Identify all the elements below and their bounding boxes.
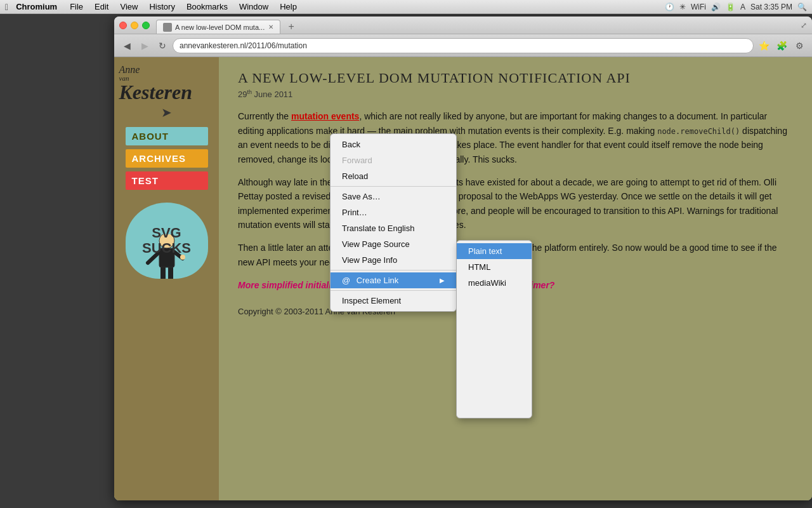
- submenu-arrow: ▶: [440, 277, 445, 284]
- logo-arrow: ➤: [119, 105, 214, 120]
- menu-items: File Edit View History Bookmarks Window …: [65, 1, 302, 13]
- menu-inspect[interactable]: Inspect Element: [331, 293, 456, 309]
- submenu-plain-text[interactable]: Plain text: [457, 243, 532, 259]
- svg-rect-4: [160, 267, 166, 279]
- clock-icon: 🕐: [665, 3, 674, 11]
- nav-archives-button[interactable]: ARCHIVES: [126, 149, 208, 168]
- logo-anne: Anne: [119, 64, 214, 75]
- nav-test-button[interactable]: TEST: [126, 171, 208, 190]
- back-button[interactable]: ◀: [119, 38, 134, 53]
- nav-bar: ◀ ▶ ↻ annevankesteren.nl/2011/06/mutatio…: [114, 34, 812, 57]
- code-removechild: node.removeChild(): [657, 127, 740, 136]
- battery-icon: 🔋: [726, 3, 735, 11]
- separator-1: [331, 186, 456, 187]
- user-icon: A: [740, 3, 745, 11]
- menu-create-link[interactable]: @ Create Link ▶: [331, 272, 456, 288]
- context-menu: Back Forward Reload Save As… Print… Tran…: [330, 133, 457, 312]
- sidebar-nav: ABOUT ARCHIVES TEST: [126, 127, 208, 190]
- separator-3: [331, 290, 456, 291]
- tab-title: A new low-level DOM muta...: [175, 23, 265, 31]
- mac-menubar:  Chromium File Edit View History Bookma…: [0, 0, 812, 14]
- logo-kesteren: Kesteren: [119, 82, 214, 102]
- reload-button[interactable]: ↻: [155, 38, 170, 53]
- article-date: 29th June 2011: [238, 89, 793, 99]
- title-bar: A new low-level DOM muta... ✕ + ⤢: [114, 17, 812, 34]
- site-content: Anne van Kesteren ➤ ABOUT ARCHIVES TEST …: [114, 57, 812, 500]
- wifi-icon: WiFi: [691, 3, 706, 11]
- menu-save-as[interactable]: Save As…: [331, 189, 456, 204]
- menu-edit[interactable]: Edit: [89, 1, 114, 13]
- create-link-submenu: Plain text HTML mediaWiki: [456, 240, 532, 418]
- context-menu-wrapper: Back Forward Reload Save As… Print… Tran…: [330, 133, 532, 312]
- menu-file[interactable]: File: [65, 1, 88, 13]
- menu-print[interactable]: Print…: [331, 204, 456, 220]
- bookmark-button[interactable]: ⭐: [756, 38, 771, 53]
- minimize-button[interactable]: [131, 22, 138, 29]
- maximize-button[interactable]: [142, 22, 150, 29]
- extensions-button[interactable]: 🧩: [774, 38, 789, 53]
- close-button[interactable]: [119, 22, 127, 29]
- sidebar: Anne van Kesteren ➤ ABOUT ARCHIVES TEST …: [114, 57, 219, 500]
- menu-forward: Forward: [331, 152, 456, 168]
- settings-button[interactable]: ⚙: [792, 38, 807, 53]
- menu-reload[interactable]: Reload: [331, 168, 456, 184]
- url-text: annevankesteren.nl/2011/06/mutation: [180, 41, 307, 50]
- apple-menu[interactable]: : [5, 2, 8, 12]
- new-tab-button[interactable]: +: [284, 20, 298, 34]
- menu-bookmarks[interactable]: Bookmarks: [181, 1, 233, 13]
- menu-view-source[interactable]: View Page Source: [331, 236, 456, 252]
- address-bar[interactable]: annevankesteren.nl/2011/06/mutation: [173, 38, 754, 53]
- menu-translate[interactable]: Translate to English: [331, 220, 456, 236]
- window-controls: [119, 22, 150, 29]
- separator-2: [331, 270, 456, 271]
- menu-view[interactable]: View: [115, 1, 143, 13]
- clock-time: Sat 3:35 PM: [750, 3, 792, 11]
- create-link-icon: @: [342, 276, 350, 285]
- svg-sucks-badge: SVG SUCKS: [126, 203, 208, 279]
- tab-favicon: [163, 23, 172, 32]
- svg-sucks-text: SVG SUCKS: [142, 225, 191, 256]
- submenu-mediawiki[interactable]: mediaWiki: [457, 275, 532, 291]
- expand-button[interactable]: ⤢: [801, 21, 807, 30]
- active-tab[interactable]: A new low-level DOM muta... ✕: [156, 20, 280, 34]
- search-icon[interactable]: 🔍: [797, 3, 807, 11]
- tab-close-button[interactable]: ✕: [268, 23, 273, 30]
- nav-about-button[interactable]: ABOUT: [126, 127, 208, 145]
- menu-history[interactable]: History: [144, 1, 180, 13]
- browser-window: A new low-level DOM muta... ✕ + ⤢ ◀ ▶ ↻ …: [114, 17, 812, 500]
- menu-help[interactable]: Help: [275, 1, 302, 13]
- volume-icon: 🔊: [711, 3, 721, 11]
- forward-button[interactable]: ▶: [137, 38, 152, 53]
- menu-window[interactable]: Window: [234, 1, 273, 13]
- menu-back[interactable]: Back: [331, 137, 456, 152]
- menubar-right: 🕐 ✳ WiFi 🔊 🔋 A Sat 3:35 PM 🔍: [665, 3, 807, 11]
- logo-text: Anne van Kesteren: [119, 64, 214, 102]
- article-title: A new low-level DOM mutation notificatio…: [238, 70, 793, 86]
- bluetooth-icon: ✳: [679, 3, 686, 11]
- svg-rect-5: [168, 267, 173, 279]
- mutation-events-link[interactable]: mutation events: [291, 111, 359, 121]
- site-logo: Anne van Kesteren ➤: [119, 64, 214, 114]
- submenu-html[interactable]: HTML: [457, 259, 532, 275]
- menu-view-info[interactable]: View Page Info: [331, 252, 456, 268]
- nav-right-buttons: ⭐ 🧩 ⚙: [756, 38, 807, 53]
- app-name: Chromium: [16, 2, 57, 11]
- tab-bar: A new low-level DOM muta... ✕ +: [156, 17, 801, 34]
